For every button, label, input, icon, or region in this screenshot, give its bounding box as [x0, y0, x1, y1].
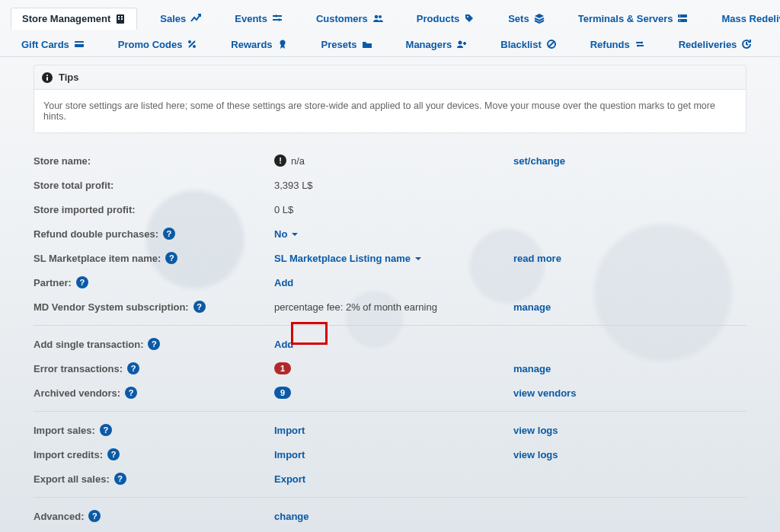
help-icon[interactable]: ?: [163, 228, 175, 240]
tab-blacklist[interactable]: Blacklist: [490, 34, 567, 55]
help-icon[interactable]: ?: [114, 473, 126, 485]
stack-icon: [534, 13, 545, 24]
tab-label: Mass Redelivery: [721, 13, 780, 24]
history-icon: [741, 39, 752, 49]
tab-gift-cards[interactable]: Gift Cards: [11, 34, 95, 55]
read-more-link[interactable]: read more: [513, 253, 561, 264]
tab-customers[interactable]: Customers: [305, 8, 394, 29]
label-text: SL Marketplace item name:: [34, 253, 161, 264]
view-logs-link[interactable]: view logs: [513, 425, 558, 436]
add-partner-link[interactable]: Add: [274, 277, 293, 288]
label-text: Store name:: [34, 155, 91, 167]
row-archived-vendors: Archived vendors: ? 9 view vendors: [34, 381, 746, 405]
tab-label: Events: [235, 13, 267, 24]
label-text: Refund double purchases:: [34, 228, 158, 240]
row-import-sales: Import sales: ? Import view logs: [34, 418, 746, 442]
separator: [34, 497, 746, 498]
settings-panel: Store name: ! n/a set/change Store total…: [34, 148, 746, 528]
sliders-icon: [272, 13, 283, 24]
tab-managers[interactable]: Managers: [395, 34, 478, 55]
help-icon[interactable]: ?: [165, 252, 177, 264]
refund-dropdown[interactable]: No: [274, 228, 298, 240]
help-icon[interactable]: ?: [125, 387, 137, 399]
archived-count-badge: 9: [274, 387, 291, 399]
value-text: n/a: [291, 155, 305, 167]
tab-store-management[interactable]: Store Management: [11, 8, 137, 30]
tab-terminals-servers[interactable]: Terminals & Servers: [567, 8, 699, 29]
tab-label: Sales: [160, 13, 186, 24]
tab-mass-redelivery[interactable]: Mass Redelivery: [711, 8, 780, 29]
help-icon[interactable]: ?: [100, 424, 112, 436]
tab-label: Sets: [508, 13, 529, 24]
set-change-link[interactable]: set/change: [513, 155, 565, 167]
import-credits-link[interactable]: Import: [274, 449, 305, 460]
row-subscription: MD Vendor System subscription: ? percent…: [34, 295, 746, 319]
help-icon[interactable]: ?: [88, 510, 101, 522]
tab-label: Terminals & Servers: [578, 13, 673, 24]
manage-sub-link[interactable]: manage: [513, 301, 551, 313]
tab-presets[interactable]: Presets: [311, 34, 383, 55]
label-text: Error transactions:: [34, 363, 123, 374]
info-icon: [42, 72, 53, 83]
row-refund-double: Refund double purchases: ? No: [34, 221, 746, 246]
tab-events[interactable]: Events: [224, 8, 293, 29]
row-advanced: Advanced: ? change: [34, 504, 746, 528]
manage-errors-link[interactable]: manage: [513, 363, 551, 374]
label-text: Store total profit:: [34, 180, 113, 191]
label-text: Partner:: [34, 277, 72, 288]
nav-row-1: Store Management Sales Events Customers …: [5, 5, 775, 30]
value-text: 3,393 L$: [274, 180, 313, 191]
tab-rewards[interactable]: Rewards: [220, 34, 298, 55]
user-plus-icon: [456, 39, 467, 49]
tab-label: Presets: [321, 39, 357, 50]
row-mp-name: SL Marketplace item name: ? SL Marketpla…: [34, 246, 746, 270]
row-export-sales: Export all sales: ? Export: [34, 467, 746, 491]
row-store-name: Store name: ! n/a set/change: [34, 148, 746, 173]
separator: [34, 325, 746, 326]
row-total-profit: Store total profit: 3,393 L$: [34, 173, 746, 197]
tab-label: Redeliveries: [679, 39, 737, 50]
row-import-credits: Import credits: ? Import view logs: [34, 442, 746, 467]
medal-icon: [277, 39, 288, 49]
tab-label: Refunds: [590, 39, 630, 50]
ban-icon: [546, 39, 557, 49]
help-icon[interactable]: ?: [193, 301, 206, 313]
view-logs-link[interactable]: view logs: [513, 449, 558, 460]
help-icon[interactable]: ?: [107, 448, 120, 460]
help-icon[interactable]: ?: [76, 276, 88, 288]
tab-refunds[interactable]: Refunds: [580, 34, 656, 55]
tags-icon: [464, 13, 475, 24]
tab-redeliveries[interactable]: Redeliveries: [668, 34, 763, 55]
tips-panel: Tips Your store settings are listed here…: [34, 65, 746, 133]
card-icon: [74, 39, 85, 49]
import-sales-link[interactable]: Import: [274, 425, 305, 436]
tab-label: Blacklist: [500, 39, 541, 50]
label-text: MD Vendor System subscription:: [34, 301, 189, 313]
tips-body: Your store settings are listed here; som…: [34, 90, 746, 132]
value-text: percentage fee: 2% of month earning: [274, 301, 437, 313]
tab-sets[interactable]: Sets: [497, 8, 555, 29]
nav-row-2: Gift Cards Promo Codes Rewards Presets M…: [5, 30, 775, 56]
advanced-change-link[interactable]: change: [274, 511, 309, 522]
help-icon[interactable]: ?: [127, 362, 139, 374]
export-sales-link[interactable]: Export: [274, 473, 305, 485]
tab-promo-codes[interactable]: Promo Codes: [107, 34, 209, 55]
tab-label: Rewards: [231, 39, 272, 50]
separator: [34, 411, 746, 412]
tab-sales[interactable]: Sales: [149, 8, 212, 29]
view-vendors-link[interactable]: view vendors: [513, 387, 576, 399]
label-text: Advanced:: [34, 511, 84, 522]
add-transaction-link[interactable]: Add: [274, 339, 293, 350]
exchange-icon: [635, 39, 645, 49]
tips-header: Tips: [34, 65, 746, 90]
tab-products[interactable]: Products: [406, 8, 485, 29]
tab-label: Managers: [406, 39, 452, 50]
label-text: Add single transaction:: [34, 339, 143, 350]
mp-name-dropdown[interactable]: SL Marketplace Listing name: [274, 253, 421, 264]
label-text: Archived vendors:: [34, 387, 120, 399]
nav-tabs: Store Management Sales Events Customers …: [0, 0, 780, 57]
folder-icon: [362, 39, 372, 49]
help-icon[interactable]: ?: [148, 338, 160, 350]
error-count-badge: 1: [274, 362, 291, 374]
tab-label: Products: [417, 13, 459, 24]
